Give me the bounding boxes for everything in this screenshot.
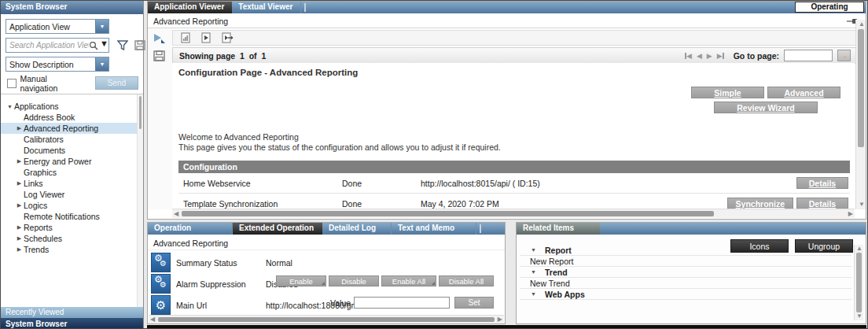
advanced-button[interactable]: Advanced [767, 87, 840, 98]
expander-closed-icon[interactable]: ▶ [15, 158, 24, 164]
tab-operation[interactable]: Operation [148, 223, 233, 235]
expander-open-icon[interactable]: ▼ [531, 291, 536, 297]
tree-item-graphics[interactable]: Graphics [1, 167, 143, 178]
tree-item-documents[interactable]: Documents [1, 145, 143, 156]
enable-all-button[interactable]: Enable All [381, 275, 436, 286]
tab-application-viewer[interactable]: Application Viewer [148, 2, 232, 13]
related-group-trend[interactable]: ▼ Trend [520, 267, 851, 278]
tree-item-applications[interactable]: ▼ Applications [1, 101, 143, 112]
expander-closed-icon[interactable]: ▶ [15, 246, 24, 253]
view-selector-value: Application View [6, 20, 95, 33]
report-preview-icon[interactable] [181, 32, 190, 43]
system-browser-bottom-bar[interactable]: System Browser [1, 318, 143, 329]
expander-open-icon[interactable]: ▼ [531, 247, 536, 253]
tab-textual-viewer[interactable]: Textual Viewer [232, 2, 301, 13]
recently-viewed-bar[interactable]: Recently Viewed [1, 307, 143, 318]
tree-item-schedules[interactable]: ▶ Schedules [1, 233, 143, 244]
save-report-icon[interactable] [153, 50, 172, 61]
tab-related-items[interactable]: Related Items [517, 223, 600, 235]
welcome-text: Welcome to Advanced Reporting This page … [178, 132, 501, 153]
synchronize-button[interactable]: Synchronize [727, 198, 793, 209]
tree-item-energy-and-power[interactable]: ▶ Energy and Power [1, 156, 143, 167]
document-actions-row [172, 30, 866, 46]
tree-item-trends[interactable]: ▶ Trends [1, 244, 143, 255]
tab-text-and-memo[interactable]: Text and Memo [392, 223, 476, 235]
operation-panel: Operation Extended Operation Detailed Lo… [147, 222, 506, 324]
gears-icon: ⚙⚙ [151, 253, 171, 272]
first-page-icon[interactable]: ◀ [685, 52, 692, 60]
value-input[interactable] [354, 297, 450, 309]
config-item-status: Done [342, 179, 362, 188]
report-toolbar: Showing page 1 of 1 ◀ ◀ ▶ ▶ Go to page: … [148, 28, 866, 63]
browser-controls: Application View ▼ Search Application Vi… [1, 14, 143, 94]
export-document-icon[interactable] [222, 32, 234, 43]
save-search-icon[interactable] [134, 40, 145, 50]
tree-item-remote-notifications[interactable]: Remote Notifications [1, 211, 143, 222]
expander-closed-icon[interactable]: ▶ [15, 224, 24, 231]
related-items-list: ▼ Report New Report ▼ Trend New Trend ▼ … [520, 245, 851, 300]
chevron-down-icon[interactable]: ▼ [95, 20, 108, 33]
review-wizard-button[interactable]: Review Wizard [714, 102, 818, 113]
expander-closed-icon[interactable]: ▶ [15, 202, 24, 209]
tab-extended-operation[interactable]: Extended Operation [233, 223, 322, 235]
disable-all-button[interactable]: Disable All [439, 275, 494, 286]
tree-item-calibrators[interactable]: Calibrators [1, 134, 143, 145]
viewer-horizontal-scrollbar[interactable]: ◀ ▶ [172, 209, 855, 218]
related-items-scrollbar[interactable]: ▲ ▼ [854, 245, 863, 320]
chevron-down-icon[interactable]: ▼ [100, 39, 108, 52]
tree-item-address-book[interactable]: Address Book [1, 112, 143, 123]
tree-item-log-viewer[interactable]: Log Viewer [1, 189, 143, 200]
last-page-icon[interactable]: ▶ [717, 52, 724, 60]
goto-page-button[interactable]: → [837, 50, 851, 61]
related-item-new-trend[interactable]: New Trend [520, 278, 851, 289]
next-page-icon[interactable]: ▶ [707, 52, 712, 60]
related-group-web-apps[interactable]: ▼ Web Apps [520, 289, 851, 300]
search-icon[interactable] [89, 39, 100, 52]
expander-closed-icon[interactable]: ▶ [15, 180, 24, 187]
tree-item-links[interactable]: ▶ Links [1, 178, 143, 189]
manual-navigation-label: Manual navigation [20, 74, 84, 93]
tree-item-reports[interactable]: ▶ Reports [1, 222, 143, 233]
expander-open-icon[interactable]: ▼ [6, 104, 14, 109]
manual-navigation-checkbox[interactable] [7, 79, 17, 88]
enable-button[interactable]: Enable [276, 275, 326, 286]
run-document-icon[interactable] [201, 32, 211, 43]
config-item-name: Template Synchronization [183, 199, 278, 209]
tree-item-advanced-reporting[interactable]: ▶ Advanced Reporting [1, 123, 143, 134]
details-button[interactable]: Details [796, 198, 848, 209]
filter-icon[interactable] [117, 40, 128, 50]
operation-horizontal-scrollbar[interactable]: ◀ ▶ [149, 315, 504, 323]
value-label: Value [330, 298, 351, 308]
property-label: Alarm Suppression [176, 279, 246, 289]
search-placeholder: Search Application View [6, 39, 89, 52]
property-label: Main Url [176, 301, 207, 310]
tree-scrollbar[interactable] [137, 94, 143, 307]
related-items-panel: Related Items Icons Ungroup ▼ Report New… [516, 222, 866, 324]
tab-detailed-log[interactable]: Detailed Log [322, 223, 392, 235]
related-item-new-report[interactable]: New Report [520, 256, 851, 267]
goto-page-input[interactable] [784, 50, 833, 61]
expander-closed-icon[interactable]: ▶ [15, 125, 24, 131]
expander-open-icon[interactable]: ▼ [531, 269, 536, 275]
search-input[interactable]: Search Application View ▼ [6, 38, 109, 53]
toolbar-left-column [148, 28, 172, 209]
operating-mode-button[interactable]: Operating [795, 2, 864, 13]
view-selector-dropdown[interactable]: Application View ▼ [6, 19, 109, 34]
disable-button[interactable]: Disable [329, 275, 379, 286]
expander-closed-icon[interactable]: ▶ [15, 235, 24, 242]
details-button[interactable]: Details [796, 177, 848, 189]
viewer-vertical-scrollbar[interactable]: ▲ ▼ [855, 20, 866, 209]
system-browser-panel: System Browser Application View ▼ Search… [1, 1, 144, 329]
previous-page-icon[interactable]: ◀ [697, 52, 702, 60]
description-mode-dropdown[interactable]: Show Description ▼ [6, 57, 109, 72]
current-page-number: 1 [240, 51, 245, 61]
simple-button[interactable]: Simple [691, 87, 764, 98]
config-item-value: http://localhost:8015/api/ ( ID:15) [421, 179, 540, 188]
send-button[interactable]: Send [95, 76, 138, 90]
set-button[interactable]: Set [454, 297, 494, 309]
tree-item-logics[interactable]: ▶ Logics [1, 200, 143, 211]
chevron-down-icon[interactable]: ▼ [95, 57, 108, 71]
related-group-report[interactable]: ▼ Report [520, 245, 851, 256]
property-row-alarm-suppression: ⚙⚙ Alarm Suppression Disabled Enable Dis… [148, 273, 505, 294]
run-report-icon[interactable] [153, 33, 172, 44]
